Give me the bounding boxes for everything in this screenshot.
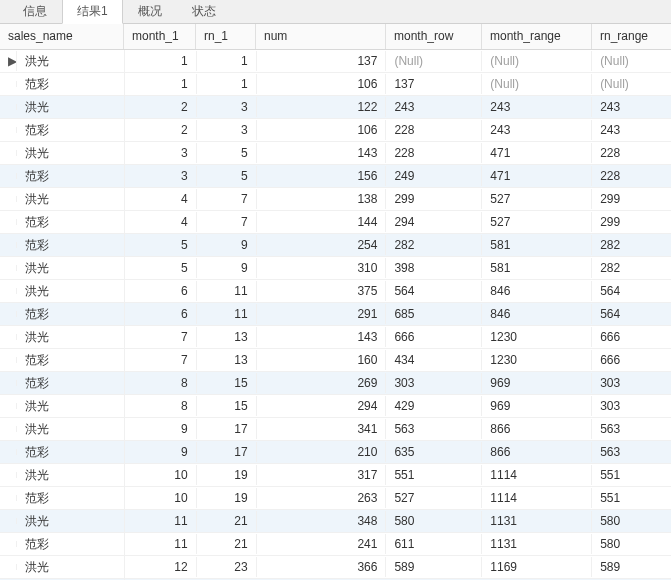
cell: 299 xyxy=(386,189,482,209)
cell: 282 xyxy=(386,235,482,255)
table-row[interactable]: 洪光59310398581282 xyxy=(0,257,671,280)
cell xyxy=(0,81,17,87)
cell: 429 xyxy=(386,396,482,416)
cell: 243 xyxy=(386,97,482,117)
cell: 洪光 xyxy=(17,257,125,280)
cell: 366 xyxy=(257,557,387,577)
cell: 21 xyxy=(197,511,257,531)
cell: 160 xyxy=(257,350,387,370)
cell xyxy=(0,265,17,271)
cell: 580 xyxy=(386,511,482,531)
table-row[interactable]: 洪光7131436661230666 xyxy=(0,326,671,349)
table-row[interactable]: 洪光11213485801131580 xyxy=(0,510,671,533)
cell: 3 xyxy=(125,143,197,163)
cell: 5 xyxy=(197,143,257,163)
table-row[interactable]: ▶洪光11137(Null)(Null)(Null) xyxy=(0,50,671,73)
table-row[interactable]: 范彩815269303969303 xyxy=(0,372,671,395)
cell: 317 xyxy=(257,465,387,485)
cell xyxy=(0,380,17,386)
table-row[interactable]: 洪光10193175511114551 xyxy=(0,464,671,487)
table-row[interactable]: 范彩35156249471228 xyxy=(0,165,671,188)
cell: 3 xyxy=(125,166,197,186)
col-month-range[interactable]: month_range xyxy=(482,24,592,49)
table-row[interactable]: 范彩7131604341230666 xyxy=(0,349,671,372)
cell: 348 xyxy=(257,511,387,531)
col-sales-name[interactable]: sales_name xyxy=(0,24,124,49)
cell: 15 xyxy=(197,396,257,416)
cell: 9 xyxy=(197,235,257,255)
tab-overview[interactable]: 概况 xyxy=(123,0,177,23)
cell: 143 xyxy=(257,143,387,163)
table-row[interactable]: 范彩23106228243243 xyxy=(0,119,671,142)
col-month-row[interactable]: month_row xyxy=(386,24,482,49)
tab-info[interactable]: 信息 xyxy=(8,0,62,23)
cell xyxy=(0,242,17,248)
tab-result1[interactable]: 结果1 xyxy=(62,0,123,24)
cell xyxy=(0,150,17,156)
table-row[interactable]: 范彩11106137(Null)(Null) xyxy=(0,73,671,96)
table-row[interactable]: 洪光23122243243243 xyxy=(0,96,671,119)
cell: 7 xyxy=(197,212,257,232)
col-rn-1[interactable]: rn_1 xyxy=(196,24,256,49)
col-month-1[interactable]: month_1 xyxy=(124,24,196,49)
cell: 洪光 xyxy=(17,142,125,165)
cell: 471 xyxy=(482,166,592,186)
table-row[interactable]: 范彩11212416111131580 xyxy=(0,533,671,556)
cell: 563 xyxy=(592,442,671,462)
cell: 9 xyxy=(197,258,257,278)
table-row[interactable]: 洪光12233665891169589 xyxy=(0,556,671,579)
col-num[interactable]: num xyxy=(256,24,386,49)
cell: (Null) xyxy=(482,74,592,94)
cell: 1131 xyxy=(482,534,592,554)
cell xyxy=(0,357,17,363)
cell: 范彩 xyxy=(17,234,125,257)
table-row[interactable]: 范彩611291685846564 xyxy=(0,303,671,326)
cell: 243 xyxy=(482,120,592,140)
cell: 228 xyxy=(592,143,671,163)
cell: 243 xyxy=(592,120,671,140)
tab-status[interactable]: 状态 xyxy=(177,0,231,23)
cell: 294 xyxy=(386,212,482,232)
cell xyxy=(0,334,17,340)
cell: 19 xyxy=(197,465,257,485)
col-rn-range[interactable]: rn_range xyxy=(592,24,671,49)
cell: 589 xyxy=(592,557,671,577)
table-row[interactable]: 洪光815294429969303 xyxy=(0,395,671,418)
cell: (Null) xyxy=(386,51,482,71)
cell: (Null) xyxy=(592,74,671,94)
cell: 6 xyxy=(125,304,197,324)
cell: 846 xyxy=(482,281,592,301)
cell: 156 xyxy=(257,166,387,186)
cell: 21 xyxy=(197,534,257,554)
cell xyxy=(0,495,17,501)
cell: 17 xyxy=(197,442,257,462)
cell: 143 xyxy=(257,327,387,347)
grid-header: sales_name month_1 rn_1 num month_row mo… xyxy=(0,24,671,50)
cell: 5 xyxy=(197,166,257,186)
cell: 12 xyxy=(125,557,197,577)
cell: 洪光 xyxy=(17,326,125,349)
table-row[interactable]: 范彩47144294527299 xyxy=(0,211,671,234)
table-row[interactable]: 洪光611375564846564 xyxy=(0,280,671,303)
cell: 241 xyxy=(257,534,387,554)
cell: 471 xyxy=(482,143,592,163)
table-row[interactable]: 洪光47138299527299 xyxy=(0,188,671,211)
cell: 106 xyxy=(257,74,387,94)
cell: 581 xyxy=(482,258,592,278)
cell: 434 xyxy=(386,350,482,370)
cell: 303 xyxy=(592,373,671,393)
cell xyxy=(0,449,17,455)
table-row[interactable]: 洪光917341563866563 xyxy=(0,418,671,441)
cell: 1 xyxy=(197,51,257,71)
cell: 589 xyxy=(386,557,482,577)
table-row[interactable]: 范彩917210635866563 xyxy=(0,441,671,464)
cell: 10 xyxy=(125,488,197,508)
table-row[interactable]: 范彩10192635271114551 xyxy=(0,487,671,510)
cell: 398 xyxy=(386,258,482,278)
cell: 846 xyxy=(482,304,592,324)
table-row[interactable]: 范彩59254282581282 xyxy=(0,234,671,257)
cell: 3 xyxy=(197,97,257,117)
cell: 303 xyxy=(592,396,671,416)
cell: 洪光 xyxy=(17,510,125,533)
table-row[interactable]: 洪光35143228471228 xyxy=(0,142,671,165)
